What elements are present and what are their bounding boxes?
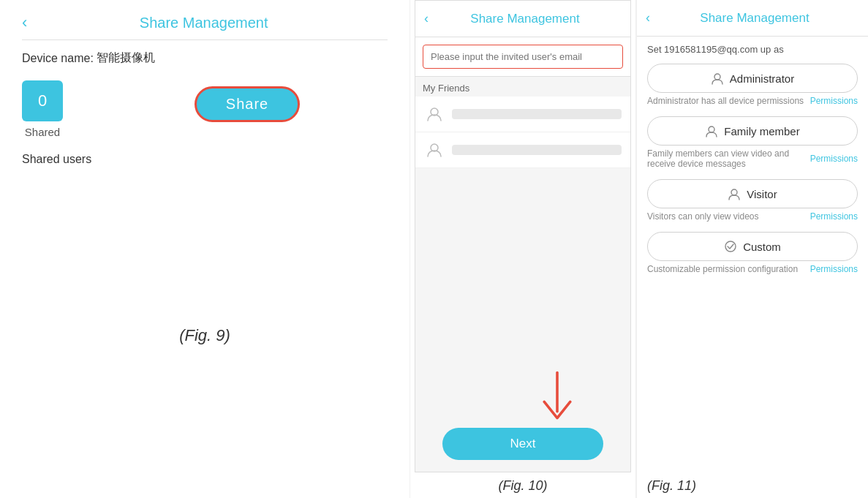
- friend-icon-1: [424, 104, 445, 124]
- device-name-label: Device name:: [22, 52, 94, 65]
- role-option-family: Family member Family members can view vi…: [637, 112, 868, 175]
- share-btn-wrapper: Share: [107, 86, 388, 122]
- shared-count: 0: [22, 80, 63, 121]
- friend-name-bar-2: [452, 145, 622, 155]
- friend-item-1: [415, 97, 630, 132]
- fig9-body: 0 Shared Share: [22, 80, 388, 138]
- family-member-desc: Family members can view video and receiv…: [647, 148, 858, 169]
- shared-box: 0 Shared: [22, 80, 63, 138]
- custom-permissions-link[interactable]: Permissions: [810, 264, 858, 274]
- fig10-back-arrow[interactable]: ‹: [424, 11, 429, 26]
- svg-point-3: [714, 74, 720, 80]
- role-option-visitor: Visitor Visitors can only view videos Pe…: [637, 175, 868, 227]
- custom-icon: [724, 240, 737, 253]
- red-arrow-icon: [535, 369, 579, 428]
- fig9-back-arrow[interactable]: ‹: [22, 13, 27, 32]
- svg-point-5: [731, 189, 737, 195]
- visitor-permissions-link[interactable]: Permissions: [810, 211, 858, 222]
- email-input[interactable]: [423, 45, 623, 69]
- figure-9: ‹ Share Management Device name: 智能摄像机 0 …: [0, 0, 410, 498]
- administrator-icon: [711, 72, 724, 85]
- shared-users-label: Shared users: [22, 153, 388, 166]
- role-option-custom: Custom Customizable permission configura…: [637, 227, 868, 280]
- friend-name-bar-1: [452, 109, 622, 119]
- fig11-back-arrow[interactable]: ‹: [646, 10, 650, 26]
- my-friends-label: My Friends: [415, 77, 630, 97]
- shared-label: Shared: [25, 126, 60, 138]
- role-option-administrator: Administrator Administrator has all devi…: [637, 59, 868, 112]
- device-name-row: Device name: 智能摄像机: [22, 50, 388, 66]
- administrator-button[interactable]: Administrator: [647, 64, 858, 93]
- figure-11-wrapper: ‹ Share Management Set 1916581195@qq.com…: [636, 0, 868, 498]
- friend-list: [415, 97, 630, 168]
- share-button[interactable]: Share: [195, 86, 300, 122]
- fig11-title: Share Management: [665, 11, 845, 26]
- email-input-row: [415, 37, 630, 77]
- next-button[interactable]: Next: [442, 428, 603, 460]
- visitor-button[interactable]: Visitor: [647, 179, 858, 208]
- setup-label: Set 1916581195@qq.com up as: [637, 37, 868, 59]
- custom-label: Custom: [743, 241, 781, 253]
- figure-11: ‹ Share Management Set 1916581195@qq.com…: [636, 0, 868, 498]
- administrator-label: Administrator: [730, 72, 794, 85]
- fig10-title: Share Management: [443, 12, 607, 26]
- custom-button[interactable]: Custom: [647, 232, 858, 261]
- fig10-header: ‹ Share Management: [415, 1, 630, 37]
- fig11-header: ‹ Share Management: [637, 0, 868, 37]
- family-member-label: Family member: [724, 125, 799, 137]
- device-name-value: 智能摄像机: [97, 50, 155, 66]
- figure-10: ‹ Share Management My Friends: [415, 0, 631, 472]
- family-permissions-link[interactable]: Permissions: [810, 154, 858, 164]
- fig11-caption: (Fig. 11): [637, 472, 868, 498]
- visitor-desc: Visitors can only view videos Permission…: [647, 211, 858, 222]
- custom-desc: Customizable permission configuration Pe…: [647, 264, 858, 274]
- administrator-desc: Administrator has all device permissions…: [647, 96, 858, 106]
- visitor-label: Visitor: [747, 188, 777, 200]
- family-member-icon: [705, 124, 718, 137]
- fig9-caption: (Fig. 9): [22, 173, 388, 498]
- figure-10-wrapper: ‹ Share Management My Friends: [410, 0, 636, 498]
- fig10-caption: (Fig. 10): [498, 472, 547, 498]
- svg-point-4: [709, 127, 714, 132]
- friend-item-2: [415, 132, 630, 168]
- administrator-permissions-link[interactable]: Permissions: [810, 96, 858, 106]
- family-member-button[interactable]: Family member: [647, 116, 858, 146]
- svg-point-6: [725, 241, 736, 252]
- fig9-title: Share Management: [42, 15, 366, 31]
- fig9-header: ‹ Share Management: [22, 0, 388, 40]
- visitor-icon: [728, 187, 741, 200]
- friend-icon-2: [424, 140, 445, 160]
- fig10-spacer: Next: [415, 168, 630, 472]
